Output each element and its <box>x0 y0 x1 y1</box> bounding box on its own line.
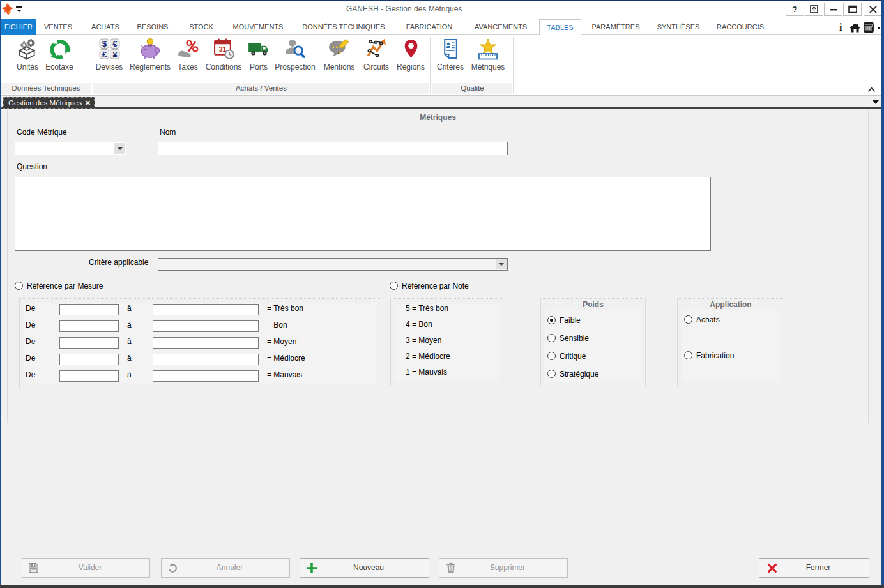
svg-text:€: € <box>112 39 118 49</box>
svg-text:$: $ <box>102 39 107 49</box>
svg-text:¥: ¥ <box>112 50 118 59</box>
svg-text:£: £ <box>102 50 107 59</box>
